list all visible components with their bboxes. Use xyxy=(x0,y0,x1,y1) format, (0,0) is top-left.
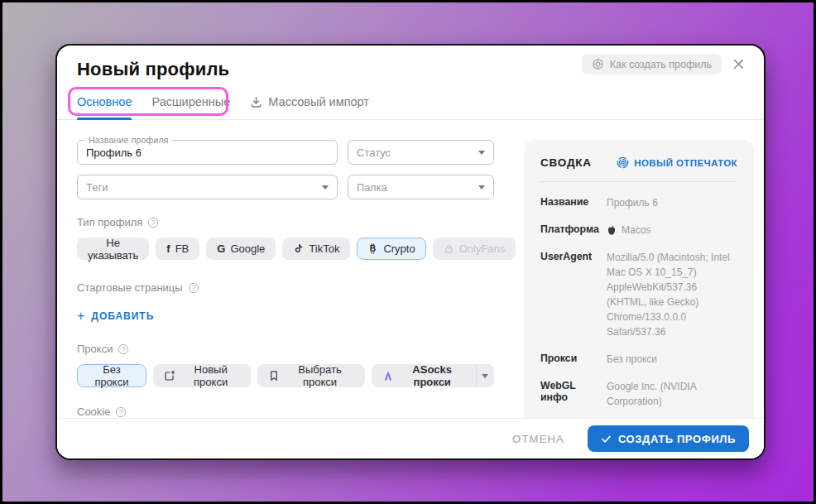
cancel-button[interactable]: ОТМЕНА xyxy=(504,426,573,452)
close-button[interactable] xyxy=(730,55,747,73)
chip-fb[interactable]: f FB xyxy=(156,238,199,260)
plus-icon: + xyxy=(77,310,85,323)
how-to-create-profile-button[interactable]: Как создать профиль xyxy=(582,54,722,74)
bookmark-icon xyxy=(268,370,280,382)
tab-advanced[interactable]: Расширенные xyxy=(151,95,230,119)
proxy-buttons: Без прокси Новый прокси xyxy=(77,364,494,387)
google-icon: G xyxy=(217,242,225,255)
bitcoin-icon: B xyxy=(367,243,378,254)
facebook-icon: f xyxy=(166,242,170,255)
summary-panel: СВОДКА НОВЫЙ ОТПЕЧАТОК xyxy=(524,140,754,460)
svg-text:?: ? xyxy=(191,284,195,292)
new-fingerprint-button[interactable]: НОВЫЙ ОТПЕЧАТОК xyxy=(617,156,737,169)
folder-select[interactable]: Папка xyxy=(348,175,494,199)
svg-text:?: ? xyxy=(151,218,156,227)
tab-bulk-import[interactable]: Массовый импорт xyxy=(250,95,369,119)
chip-onlyfans[interactable]: OnlyFans xyxy=(433,238,516,260)
cookie-label: Cookie ? xyxy=(77,406,494,418)
start-pages-label: Стартовые страницы ? xyxy=(77,281,494,294)
status-select[interactable]: Статус xyxy=(348,140,494,165)
summary-row-platform: Платформа Macos xyxy=(540,223,737,238)
summary-row-proxy: Прокси Без прокси xyxy=(540,352,737,367)
tab-basic[interactable]: Основное xyxy=(77,95,132,119)
svg-text:?: ? xyxy=(122,345,126,353)
asocks-proxy-group: ASocks прокси xyxy=(372,364,494,387)
profile-name-label: Название профиля xyxy=(85,135,172,145)
apple-icon xyxy=(607,225,617,236)
new-proxy-button[interactable]: Новый прокси xyxy=(153,364,252,387)
no-proxy-button[interactable]: Без прокси xyxy=(77,364,146,387)
question-circle-icon: ? xyxy=(188,282,199,294)
check-icon xyxy=(601,434,612,444)
profile-form: Название профиля Статус Теги Папка xyxy=(77,140,494,460)
asocks-dropdown-button[interactable] xyxy=(476,364,494,387)
question-circle-icon: ? xyxy=(115,406,127,418)
chip-google[interactable]: G Google xyxy=(206,238,276,260)
lifebuoy-help-icon xyxy=(592,58,604,70)
fingerprint-icon xyxy=(617,156,629,169)
proxy-label: Прокси ? xyxy=(77,343,494,355)
chip-tiktok[interactable]: TikTok xyxy=(282,238,350,260)
svg-text:?: ? xyxy=(119,408,123,416)
question-circle-icon: ? xyxy=(147,217,159,228)
download-icon xyxy=(250,96,262,108)
profile-type-chips: Не указывать f FB G Google xyxy=(77,238,494,260)
tab-bar: Основное Расширенные Массовый импорт xyxy=(57,80,764,120)
profile-type-label: Тип профиля ? xyxy=(77,216,494,228)
new-window-plus-icon xyxy=(164,370,175,382)
svg-text:B: B xyxy=(370,244,376,253)
lock-icon xyxy=(444,243,454,254)
modal-body: Название профиля Статус Теги Папка xyxy=(57,120,764,460)
profile-name-input[interactable] xyxy=(86,146,329,159)
new-profile-modal: Новый профиль Как создать профиль xyxy=(55,44,766,460)
question-circle-icon: ? xyxy=(118,343,129,355)
asocks-proxy-button[interactable]: ASocks прокси xyxy=(372,364,476,387)
create-profile-button[interactable]: СОЗДАТЬ ПРОФИЛЬ xyxy=(588,425,749,452)
modal-header: Новый профиль Как создать профиль xyxy=(57,46,764,80)
chip-crypto[interactable]: B Crypto xyxy=(357,238,425,260)
asocks-icon xyxy=(382,370,394,382)
add-start-page-button[interactable]: + ДОБАВИТЬ xyxy=(77,310,154,323)
tiktok-icon xyxy=(293,243,304,254)
select-proxy-button[interactable]: Выбрать прокси xyxy=(257,364,364,387)
chevron-down-icon xyxy=(478,185,485,190)
tags-select[interactable]: Теги xyxy=(77,175,338,199)
chevron-down-icon xyxy=(478,151,485,155)
close-icon xyxy=(733,59,744,70)
purple-gradient-background: Новый профиль Как создать профиль xyxy=(0,0,816,504)
divider xyxy=(540,181,737,182)
chevron-down-icon xyxy=(482,374,488,378)
profile-name-field-wrapper: Название профиля xyxy=(77,140,338,165)
chip-not-specified[interactable]: Не указывать xyxy=(77,238,149,260)
summary-row-useragent: UserAgent Mozilla/5.0 (Macintosh; Intel … xyxy=(540,250,737,339)
chevron-down-icon xyxy=(322,185,329,190)
summary-title: СВОДКА xyxy=(540,156,592,169)
summary-row-name: Название Профиль 6 xyxy=(540,195,737,210)
modal-footer: ОТМЕНА СОЗДАТЬ ПРОФИЛЬ xyxy=(57,418,764,458)
